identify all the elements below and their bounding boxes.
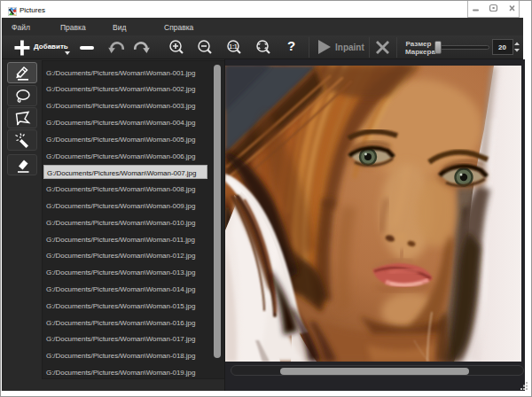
svg-text:1:1: 1:1 xyxy=(229,43,238,50)
